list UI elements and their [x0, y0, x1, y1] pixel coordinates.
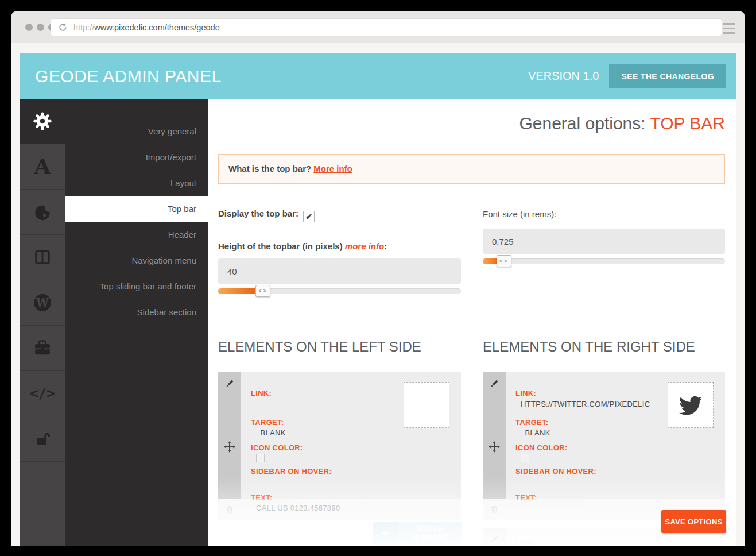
card-body: LINK: TARGET: _BLANK ICON COLOR: SIDEBAR… — [241, 372, 461, 499]
reload-icon[interactable] — [58, 22, 68, 32]
icon-color-checkbox[interactable] — [521, 454, 529, 462]
sidebar-on-hover-label: SIDEBAR ON HOVER: — [251, 467, 452, 476]
card-rail — [218, 372, 241, 499]
sidebar-item-security[interactable] — [20, 416, 65, 462]
sidebar-item-portfolio[interactable] — [20, 326, 65, 371]
sidebar-item-custom-code[interactable]: </> — [20, 371, 65, 416]
height-slider-handle[interactable]: <> — [255, 285, 270, 297]
info-question: What is the top bar? — [228, 164, 313, 173]
plus-icon: + — [373, 522, 397, 545]
edit-button[interactable] — [483, 528, 506, 546]
window-dot[interactable] — [25, 24, 33, 31]
sidebar: A W — [20, 99, 208, 546]
icon-dropzone[interactable] — [668, 382, 714, 428]
icon-dropzone[interactable] — [679, 534, 714, 546]
more-info-link[interactable]: More info — [313, 164, 352, 173]
briefcase-icon — [33, 338, 52, 358]
left-element-card: LINK: TARGET: _BLANK ICON COLOR: SIDEBAR… — [218, 372, 461, 499]
icon-dropzone[interactable] — [404, 382, 449, 428]
unlock-icon — [33, 430, 52, 448]
section-divider — [218, 316, 725, 316]
menu-item-sidebar-section[interactable]: Sidebar section — [65, 299, 208, 325]
browser-chrome: http://www.pixedelic.com/themes/geode — [11, 11, 745, 43]
drag-handle[interactable] — [483, 395, 506, 499]
add-element-button[interactable]: + ADD AN ELEMENT — [373, 522, 462, 545]
menu-item-top-bar[interactable]: Top bar — [65, 196, 208, 222]
info-box: What is the top bar? More info — [218, 154, 725, 184]
target-value: _BLANK — [251, 428, 452, 439]
browser-window: http://www.pixedelic.com/themes/geode GE… — [11, 11, 745, 546]
display-topbar-label: Display the top bar:✔ — [218, 208, 315, 222]
right-element-card: LINK: HTTPS://TWITTER.COM/PIXEDELIC TARG… — [483, 372, 725, 499]
url-rest: www.pixedelic.com/themes/geode — [94, 23, 219, 32]
see-changelog-button[interactable]: SEE THE CHANGELOG — [609, 64, 726, 88]
version-label: VERSION 1.0 — [528, 70, 599, 83]
sidebar-item-general-settings[interactable] — [20, 99, 65, 144]
left-elements-heading: ELEMENTS ON THE LEFT SIDE — [218, 339, 421, 355]
menu-item-header[interactable]: Header — [65, 222, 208, 248]
height-label-colon: : — [384, 241, 387, 251]
app-title: GEODE ADMIN PANEL — [35, 67, 222, 86]
menu-item-layout[interactable]: Layout — [65, 170, 208, 196]
icon-color-checkbox[interactable] — [256, 454, 265, 462]
twitter-icon — [679, 393, 702, 416]
menu-item-very-general[interactable]: Very general — [65, 118, 208, 144]
icon-color-label: ICON COLOR: — [251, 443, 452, 452]
sidebar-item-wordpress[interactable]: W — [20, 280, 65, 326]
height-input[interactable] — [218, 258, 461, 284]
letter-a-icon: A — [34, 156, 51, 177]
menu-item-import-export[interactable]: Import/export — [65, 144, 208, 170]
address-bar[interactable]: http://www.pixedelic.com/themes/geode — [51, 18, 722, 36]
sidebar-on-hover-label: SIDEBAR ON HOVER: — [515, 467, 716, 476]
drag-handle[interactable] — [218, 395, 241, 499]
font-size-slider[interactable]: <> — [483, 258, 725, 264]
trash-icon — [489, 504, 499, 515]
add-element-label: ADD AN ELEMENT — [397, 525, 462, 541]
sidebar-on-hover-value — [251, 478, 452, 488]
height-more-info-link[interactable]: more info — [345, 241, 384, 251]
page-title-accent: TOP BAR — [650, 114, 725, 133]
svg-text:W: W — [36, 296, 49, 310]
window-dot[interactable] — [37, 24, 44, 31]
trash-icon — [224, 504, 235, 515]
sidebar-on-hover-value — [515, 478, 716, 488]
right-elements-heading: ELEMENTS ON THE RIGHT SIDE — [483, 339, 695, 355]
url-scheme: http:// — [73, 23, 94, 32]
icon-color-label: ICON COLOR: — [515, 443, 716, 452]
menu-item-navigation-menu[interactable]: Navigation menu — [65, 248, 208, 273]
pencil-icon — [489, 379, 499, 389]
sidebar-item-typography[interactable]: A — [20, 144, 65, 190]
code-icon: </> — [30, 385, 55, 401]
height-label-text: Height of the topbar (in pixels) — [218, 241, 345, 251]
page-title-prefix: General options: — [519, 114, 650, 133]
display-topbar-checkbox[interactable]: ✔ — [303, 211, 315, 222]
card-rail — [483, 372, 506, 499]
delete-element-row[interactable] — [218, 499, 461, 520]
sidebar-item-layout[interactable] — [20, 235, 65, 280]
pencil-icon — [224, 379, 235, 389]
gear-icon — [33, 111, 52, 131]
browser-menu-icon[interactable] — [723, 23, 735, 36]
height-label: Height of the topbar (in pixels) more in… — [218, 241, 387, 251]
save-options-button[interactable]: SAVE OPTIONS — [661, 510, 726, 533]
pencil-icon — [489, 535, 499, 545]
settings-menu: Very general Import/export Layout Top ba… — [65, 99, 208, 546]
sidebar-filler — [20, 462, 65, 546]
app-header: GEODE ADMIN PANEL VERSION 1.0 SEE THE CH… — [20, 53, 736, 99]
edit-button[interactable] — [218, 372, 241, 395]
url-text[interactable]: http://www.pixedelic.com/themes/geode — [73, 23, 220, 32]
font-size-input[interactable] — [483, 229, 725, 254]
menu-item-top-sliding-bar[interactable]: Top sliding bar and footer — [65, 273, 208, 299]
main-content: General options: TOP BAR What is the top… — [208, 99, 736, 546]
columns-icon — [33, 248, 52, 267]
font-size-slider-handle[interactable]: <> — [497, 255, 511, 267]
page-title: General options: TOP BAR — [519, 114, 725, 133]
font-size-label: Font size (in rems): — [483, 209, 556, 219]
move-icon — [489, 441, 500, 453]
target-value: _BLANK — [515, 428, 716, 439]
elements-column-divider — [472, 329, 472, 495]
sidebar-item-styling[interactable] — [20, 190, 65, 235]
height-slider[interactable]: <> — [218, 288, 461, 294]
edit-button[interactable] — [483, 372, 506, 395]
card-body: LINK: HTTPS://TWITTER.COM/PIXEDELIC TARG… — [506, 372, 725, 499]
